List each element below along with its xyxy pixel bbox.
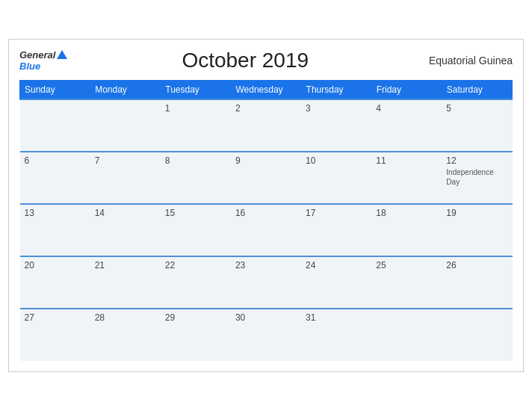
day-number: 23: [235, 260, 297, 271]
day-number: 30: [235, 312, 297, 323]
weekday-header-saturday: Saturday: [442, 81, 512, 100]
calendar-day-cell: 26: [442, 256, 512, 309]
day-number: 21: [95, 260, 156, 271]
day-number: 22: [165, 260, 226, 271]
day-number: 2: [235, 103, 297, 114]
calendar-day-cell: 16: [231, 204, 301, 256]
calendar-header: General Blue October 2019 Equatorial Gui…: [19, 49, 513, 72]
logo-triangle-icon: [57, 50, 67, 59]
calendar-week-row: 2728293031: [20, 309, 513, 361]
calendar-day-cell: 30: [231, 309, 301, 361]
day-number: 16: [235, 208, 297, 218]
calendar-day-cell: 28: [90, 309, 161, 361]
weekday-header-monday: Monday: [90, 81, 161, 100]
weekday-header-tuesday: Tuesday: [161, 81, 231, 100]
day-number: 17: [306, 208, 367, 218]
day-number: 8: [165, 155, 226, 166]
weekday-header-row: SundayMondayTuesdayWednesdayThursdayFrid…: [20, 81, 513, 100]
calendar-day-cell: 3: [301, 99, 371, 152]
calendar-day-cell: 5: [442, 99, 512, 152]
day-number: 20: [25, 260, 86, 271]
day-number: 5: [446, 103, 507, 114]
calendar-day-cell: 29: [161, 309, 231, 361]
calendar-day-cell: [371, 309, 442, 361]
calendar-day-cell: 12Independence Day: [442, 152, 512, 204]
day-number: 15: [165, 208, 226, 218]
calendar-day-cell: [442, 309, 512, 361]
calendar-day-cell: 4: [371, 99, 442, 152]
calendar-country: Equatorial Guinea: [423, 55, 513, 67]
calendar-week-row: 6789101112Independence Day: [20, 152, 513, 204]
calendar-day-cell: 18: [371, 204, 442, 256]
calendar-day-cell: 11: [371, 152, 442, 204]
calendar-day-cell: 10: [301, 152, 371, 204]
day-number: 13: [25, 208, 86, 218]
calendar-day-cell: 19: [442, 204, 512, 256]
logo-blue: Blue: [19, 61, 40, 72]
day-number: 27: [25, 312, 86, 323]
calendar-day-cell: 25: [371, 256, 442, 309]
calendar-day-cell: 21: [90, 256, 161, 309]
calendar-day-cell: 20: [20, 256, 90, 309]
calendar-day-cell: [20, 99, 90, 152]
weekday-header-wednesday: Wednesday: [231, 81, 301, 100]
day-number: 4: [376, 103, 437, 114]
day-number: 9: [235, 155, 297, 166]
calendar-day-cell: 8: [161, 152, 231, 204]
calendar-day-cell: 24: [301, 256, 371, 309]
logo-general: General: [19, 49, 55, 61]
calendar-week-row: 13141516171819: [20, 204, 513, 256]
calendar-week-row: 12345: [20, 99, 513, 152]
day-number: 3: [306, 103, 367, 114]
calendar-day-cell: 2: [231, 99, 301, 152]
calendar-table: SundayMondayTuesdayWednesdayThursdayFrid…: [19, 80, 513, 361]
day-number: 29: [165, 312, 226, 323]
calendar-day-cell: 22: [161, 256, 231, 309]
day-number: 24: [306, 260, 367, 271]
calendar-day-cell: [90, 99, 161, 152]
day-number: 19: [446, 208, 507, 218]
day-event: Independence Day: [446, 167, 507, 187]
calendar-day-cell: 27: [20, 309, 90, 361]
day-number: 10: [306, 155, 367, 166]
day-number: 6: [25, 155, 86, 166]
calendar-container: General Blue October 2019 Equatorial Gui…: [8, 39, 524, 372]
day-number: 25: [376, 260, 437, 271]
calendar-day-cell: 6: [20, 152, 90, 204]
calendar-day-cell: 1: [161, 99, 231, 152]
day-number: 12: [446, 155, 507, 166]
calendar-day-cell: 13: [20, 204, 90, 256]
weekday-header-sunday: Sunday: [20, 81, 90, 100]
calendar-week-row: 20212223242526: [20, 256, 513, 309]
calendar-day-cell: 7: [90, 152, 161, 204]
calendar-title: October 2019: [67, 49, 423, 72]
day-number: 31: [306, 312, 367, 323]
day-number: 1: [165, 103, 226, 114]
day-number: 18: [376, 208, 437, 218]
day-number: 14: [95, 208, 156, 218]
day-number: 11: [376, 155, 437, 166]
calendar-day-cell: 9: [231, 152, 301, 204]
day-number: 7: [95, 155, 156, 166]
weekday-header-thursday: Thursday: [301, 81, 371, 100]
calendar-day-cell: 15: [161, 204, 231, 256]
calendar-day-cell: 31: [301, 309, 371, 361]
logo: General Blue: [19, 49, 67, 72]
day-number: 28: [95, 312, 156, 323]
calendar-day-cell: 23: [231, 256, 301, 309]
calendar-day-cell: 17: [301, 204, 371, 256]
weekday-header-friday: Friday: [371, 81, 442, 100]
day-number: 26: [446, 260, 507, 271]
calendar-day-cell: 14: [90, 204, 161, 256]
